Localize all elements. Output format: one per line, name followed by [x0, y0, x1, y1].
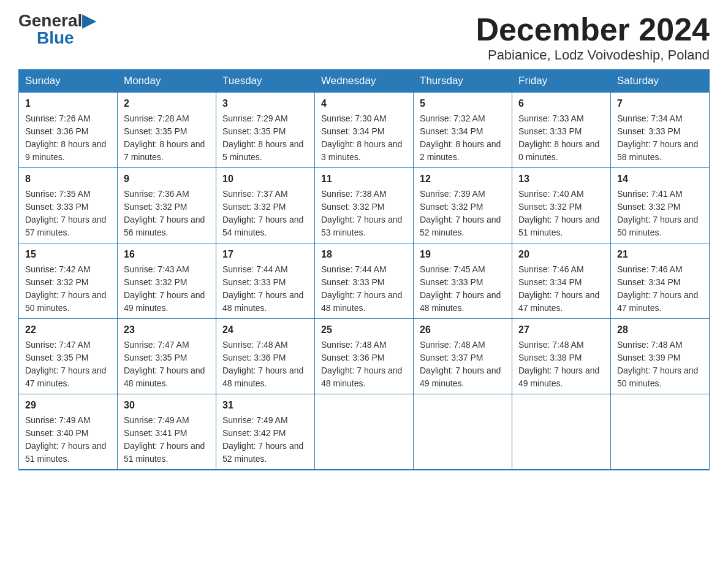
- day-number: 29: [25, 398, 111, 413]
- sunset-text: Sunset: 3:40 PM: [25, 428, 89, 438]
- calendar-cell: 9Sunrise: 7:36 AMSunset: 3:32 PMDaylight…: [118, 168, 216, 243]
- day-number: 30: [124, 398, 210, 413]
- calendar-cell: 5Sunrise: 7:32 AMSunset: 3:34 PMDaylight…: [414, 93, 512, 168]
- calendar-cell: 26Sunrise: 7:48 AMSunset: 3:37 PMDayligh…: [414, 319, 512, 394]
- day-number: 17: [222, 247, 308, 262]
- daylight-text: Daylight: 7 hours and 50 minutes.: [617, 366, 698, 388]
- calendar-cell: 1Sunrise: 7:26 AMSunset: 3:36 PMDaylight…: [19, 93, 118, 168]
- day-number: 28: [617, 323, 703, 337]
- day-number: 26: [420, 323, 506, 337]
- sunset-text: Sunset: 3:35 PM: [124, 126, 188, 136]
- day-number: 18: [321, 247, 407, 262]
- day-number: 19: [420, 247, 506, 262]
- sunrise-text: Sunrise: 7:46 AM: [518, 264, 584, 274]
- sunset-text: Sunset: 3:36 PM: [25, 126, 89, 136]
- sunset-text: Sunset: 3:35 PM: [25, 353, 89, 362]
- col-header-saturday: Saturday: [611, 70, 710, 93]
- sunset-text: Sunset: 3:35 PM: [222, 126, 286, 136]
- daylight-text: Daylight: 7 hours and 49 minutes.: [518, 366, 599, 388]
- sunset-text: Sunset: 3:42 PM: [222, 428, 286, 438]
- calendar-cell: 31Sunrise: 7:49 AMSunset: 3:42 PMDayligh…: [216, 394, 315, 470]
- sunrise-text: Sunrise: 7:41 AM: [617, 189, 683, 199]
- day-number: 4: [321, 96, 407, 111]
- sunset-text: Sunset: 3:32 PM: [25, 277, 89, 287]
- day-number: 11: [321, 172, 407, 186]
- calendar-cell: 18Sunrise: 7:44 AMSunset: 3:33 PMDayligh…: [315, 243, 414, 319]
- daylight-text: Daylight: 7 hours and 48 minutes.: [321, 290, 402, 313]
- day-number: 8: [25, 172, 111, 186]
- daylight-text: Daylight: 8 hours and 9 minutes.: [25, 139, 106, 162]
- col-header-sunday: Sunday: [19, 70, 118, 93]
- sunset-text: Sunset: 3:33 PM: [617, 126, 681, 136]
- sunrise-text: Sunrise: 7:38 AM: [321, 189, 387, 199]
- daylight-text: Daylight: 7 hours and 47 minutes.: [25, 366, 106, 388]
- sunrise-text: Sunrise: 7:49 AM: [124, 415, 189, 425]
- sunrise-text: Sunrise: 7:29 AM: [222, 113, 288, 123]
- calendar-week-3: 15Sunrise: 7:42 AMSunset: 3:32 PMDayligh…: [19, 243, 710, 319]
- daylight-text: Daylight: 7 hours and 56 minutes.: [124, 215, 205, 237]
- calendar-cell: 4Sunrise: 7:30 AMSunset: 3:34 PMDaylight…: [315, 93, 414, 168]
- daylight-text: Daylight: 7 hours and 52 minutes.: [222, 441, 303, 464]
- sunrise-text: Sunrise: 7:35 AM: [25, 189, 91, 199]
- daylight-text: Daylight: 7 hours and 48 minutes.: [124, 366, 205, 388]
- daylight-text: Daylight: 7 hours and 49 minutes.: [420, 366, 501, 388]
- day-number: 7: [617, 96, 703, 111]
- calendar-week-5: 29Sunrise: 7:49 AMSunset: 3:40 PMDayligh…: [19, 394, 710, 470]
- daylight-text: Daylight: 7 hours and 47 minutes.: [617, 290, 698, 313]
- sunrise-text: Sunrise: 7:49 AM: [25, 415, 91, 425]
- day-number: 1: [25, 96, 111, 111]
- sunset-text: Sunset: 3:32 PM: [420, 202, 483, 212]
- calendar-cell: 8Sunrise: 7:35 AMSunset: 3:33 PMDaylight…: [19, 168, 118, 243]
- calendar-cell: 7Sunrise: 7:34 AMSunset: 3:33 PMDaylight…: [611, 93, 710, 168]
- col-header-friday: Friday: [512, 70, 611, 93]
- daylight-text: Daylight: 7 hours and 53 minutes.: [321, 215, 402, 237]
- calendar-cell: [512, 394, 611, 470]
- logo: General▶ Blue: [18, 12, 96, 47]
- calendar-cell: 29Sunrise: 7:49 AMSunset: 3:40 PMDayligh…: [19, 394, 118, 470]
- calendar-cell: [315, 394, 414, 470]
- sunset-text: Sunset: 3:33 PM: [321, 277, 385, 287]
- col-header-monday: Monday: [118, 70, 216, 93]
- sunset-text: Sunset: 3:32 PM: [222, 202, 286, 212]
- sunset-text: Sunset: 3:38 PM: [518, 353, 582, 362]
- calendar-cell: 15Sunrise: 7:42 AMSunset: 3:32 PMDayligh…: [19, 243, 118, 319]
- calendar-cell: 6Sunrise: 7:33 AMSunset: 3:33 PMDaylight…: [512, 93, 611, 168]
- daylight-text: Daylight: 7 hours and 47 minutes.: [518, 290, 599, 313]
- calendar-cell: 25Sunrise: 7:48 AMSunset: 3:36 PMDayligh…: [315, 319, 414, 394]
- daylight-text: Daylight: 7 hours and 50 minutes.: [25, 290, 106, 313]
- sunset-text: Sunset: 3:33 PM: [222, 277, 286, 287]
- title-block: December 2024 Pabianice, Lodz Voivodeshi…: [476, 12, 710, 63]
- sunset-text: Sunset: 3:32 PM: [124, 277, 188, 287]
- day-number: 20: [518, 247, 604, 262]
- day-number: 10: [222, 172, 308, 186]
- day-number: 16: [124, 247, 210, 262]
- daylight-text: Daylight: 7 hours and 48 minutes.: [420, 290, 501, 313]
- logo-blue-text: Blue: [37, 29, 74, 47]
- col-header-tuesday: Tuesday: [216, 70, 315, 93]
- sunrise-text: Sunrise: 7:44 AM: [321, 264, 387, 274]
- daylight-text: Daylight: 7 hours and 51 minutes.: [25, 441, 106, 464]
- sunset-text: Sunset: 3:36 PM: [321, 353, 385, 362]
- sunset-text: Sunset: 3:34 PM: [321, 126, 385, 136]
- sunset-text: Sunset: 3:32 PM: [124, 202, 188, 212]
- day-number: 2: [124, 96, 210, 111]
- daylight-text: Daylight: 7 hours and 57 minutes.: [25, 215, 106, 237]
- sunrise-text: Sunrise: 7:42 AM: [25, 264, 91, 274]
- calendar-cell: 14Sunrise: 7:41 AMSunset: 3:32 PMDayligh…: [611, 168, 710, 243]
- sunset-text: Sunset: 3:34 PM: [518, 277, 582, 287]
- sunrise-text: Sunrise: 7:43 AM: [124, 264, 189, 274]
- day-number: 31: [222, 398, 308, 413]
- daylight-text: Daylight: 7 hours and 51 minutes.: [518, 215, 599, 237]
- sunrise-text: Sunrise: 7:37 AM: [222, 189, 288, 199]
- sunset-text: Sunset: 3:39 PM: [617, 353, 681, 362]
- daylight-text: Daylight: 7 hours and 54 minutes.: [222, 215, 303, 237]
- sunrise-text: Sunrise: 7:47 AM: [25, 340, 91, 350]
- calendar-cell: 19Sunrise: 7:45 AMSunset: 3:33 PMDayligh…: [414, 243, 512, 319]
- day-number: 14: [617, 172, 703, 186]
- calendar-cell: 23Sunrise: 7:47 AMSunset: 3:35 PMDayligh…: [118, 319, 216, 394]
- page-subtitle: Pabianice, Lodz Voivodeship, Poland: [476, 47, 710, 63]
- calendar-cell: 2Sunrise: 7:28 AMSunset: 3:35 PMDaylight…: [118, 93, 216, 168]
- day-number: 13: [518, 172, 604, 186]
- day-number: 5: [420, 96, 506, 111]
- day-number: 12: [420, 172, 506, 186]
